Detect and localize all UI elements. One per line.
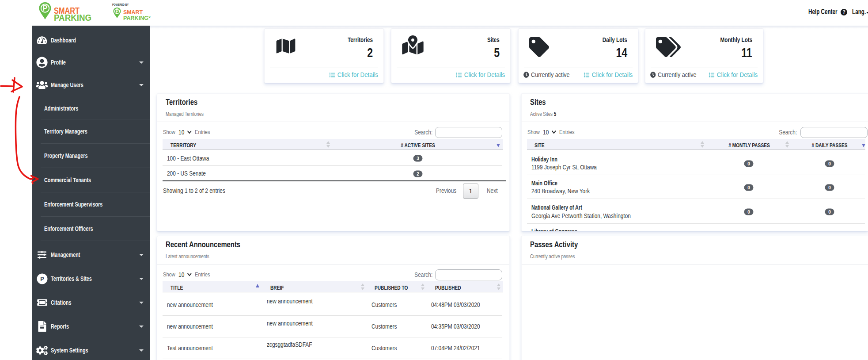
- svg-text:P: P: [40, 276, 44, 282]
- svg-text:PARKING°: PARKING°: [123, 15, 151, 21]
- svg-text:PARKING: PARKING: [54, 13, 91, 22]
- svg-text:P: P: [115, 8, 118, 14]
- svg-text:POWERED BY: POWERED BY: [112, 3, 129, 6]
